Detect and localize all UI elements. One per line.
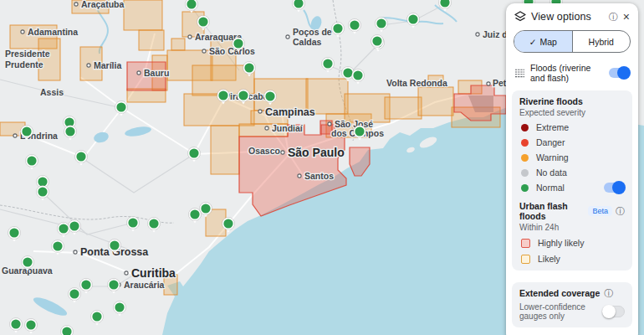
- city-label: Marília: [94, 60, 121, 70]
- severity-legend: ExtremeDangerWarningNo dataNormal: [519, 122, 625, 193]
- severity-dot: [521, 124, 529, 131]
- highly-likely-swatch: [521, 239, 530, 248]
- flood-likely-cell: [385, 97, 422, 119]
- map-type-switcher: ✓ Map Hybrid: [514, 30, 631, 53]
- severity-label: Warning: [536, 152, 569, 162]
- city-label: Assis: [40, 87, 64, 97]
- city-label: Araucária: [124, 280, 165, 290]
- severity-row-extreme: Extreme: [521, 122, 625, 132]
- layers-icon: [514, 11, 526, 23]
- severity-dot: [521, 184, 529, 192]
- legend-likely: Likely: [521, 254, 625, 264]
- tab-map-label: Map: [539, 37, 556, 47]
- tab-map[interactable]: ✓ Map: [514, 31, 573, 52]
- severity-dot: [521, 154, 529, 162]
- flood-likely-cell: [345, 94, 390, 122]
- severity-row-warning: Warning: [521, 152, 625, 162]
- severity-dot: [521, 139, 529, 147]
- city-label: Prudente: [5, 59, 43, 70]
- severity-label: Extreme: [536, 122, 569, 132]
- city-label: São Paulo: [288, 146, 345, 159]
- severity-label: Danger: [536, 137, 565, 147]
- severity-row-danger: Danger: [521, 137, 625, 147]
- normal-gauges-toggle[interactable]: [604, 183, 625, 193]
- city-label: Poços de: [293, 27, 332, 37]
- city-label: Santos: [304, 171, 334, 181]
- severity-dot: [521, 169, 529, 177]
- gauge-marker[interactable]: [61, 326, 74, 335]
- city-label: Bauru: [144, 68, 169, 78]
- likely-swatch: [521, 255, 530, 264]
- city-label: Curitiba: [131, 266, 176, 280]
- city-label: Volta Redonda: [386, 78, 447, 88]
- city-label: Araçatuba: [81, 0, 125, 9]
- extended-coverage-card: Extended coverage ⓘ Lower-confidence gau…: [512, 282, 632, 327]
- tab-hybrid[interactable]: Hybrid: [573, 31, 631, 52]
- city-label: Caldas: [293, 37, 322, 47]
- urban-title: Urban flash floods: [519, 201, 585, 221]
- riverine-subtitle: Expected severity: [519, 108, 625, 117]
- flood-likely-cell: [171, 39, 185, 50]
- severity-label: No data: [536, 168, 567, 178]
- riverine-title: Riverine floods: [519, 96, 625, 106]
- tab-hybrid-label: Hybrid: [589, 37, 614, 47]
- close-icon[interactable]: ×: [623, 11, 630, 23]
- floods-layer-row: Floods (riverine and flash): [514, 63, 630, 83]
- flood-likely-cell: [124, 0, 162, 30]
- panel-title: View options: [531, 11, 604, 23]
- extended-info-icon[interactable]: ⓘ: [604, 289, 613, 298]
- extended-toggle[interactable]: [602, 306, 625, 317]
- severity-label: Normal: [536, 183, 596, 193]
- city-label: São Carlos: [209, 46, 255, 56]
- floods-layer-label: Floods (riverine and flash): [530, 63, 604, 83]
- city-label: Osasco: [248, 146, 280, 156]
- riverine-floods-card: Riverine floods Expected severity Extrem…: [512, 90, 632, 271]
- legend-highly-likely: Highly likely: [521, 238, 625, 248]
- extended-subtitle: Lower-confidence gauges only: [519, 302, 598, 321]
- severity-row-normal: Normal: [521, 183, 625, 193]
- urban-subtitle: Within 24h: [519, 223, 625, 232]
- waves-icon: [514, 68, 525, 78]
- floods-toggle[interactable]: [609, 68, 630, 78]
- likely-label: Likely: [538, 254, 560, 264]
- city-label: Presidente: [5, 49, 50, 59]
- city-label: Adamantina: [28, 27, 78, 37]
- flood-likely-cell: [139, 30, 164, 50]
- flood-likely-cell: [418, 87, 453, 116]
- view-options-panel: View options ⓘ × ✓ Map Hybrid Floods (ri…: [506, 3, 638, 335]
- city-label: Campinas: [265, 106, 315, 118]
- flood-likely-cell: [211, 126, 239, 174]
- info-icon[interactable]: ⓘ: [609, 13, 618, 22]
- city-label: Jundiaí: [272, 123, 304, 133]
- highly-likely-label: Highly likely: [538, 238, 584, 248]
- urban-info-icon[interactable]: ⓘ: [616, 207, 625, 216]
- check-icon: ✓: [529, 37, 537, 47]
- severity-row-no-data: No data: [521, 168, 625, 178]
- beta-badge: Beta: [588, 206, 612, 216]
- extended-title: Extended coverage: [519, 288, 600, 298]
